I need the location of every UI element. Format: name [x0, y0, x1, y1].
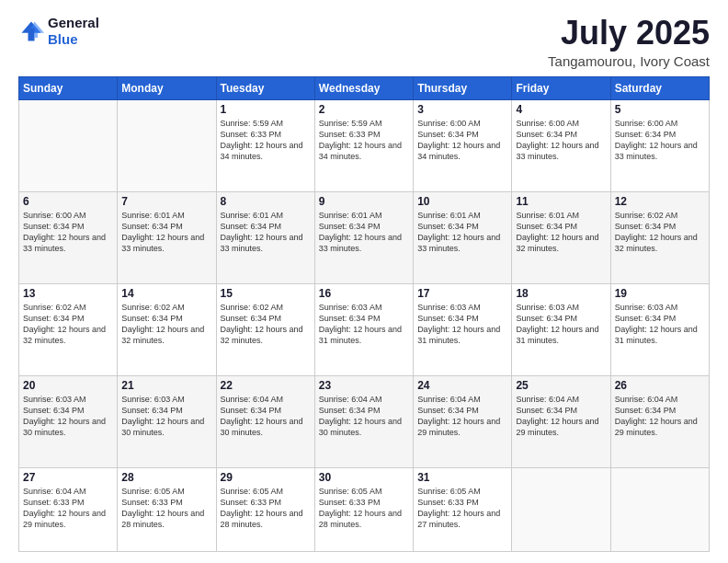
day-info: Sunrise: 6:03 AM Sunset: 6:34 PM Dayligh…: [121, 394, 211, 439]
day-number: 14: [121, 287, 211, 300]
day-info: Sunrise: 6:02 AM Sunset: 6:34 PM Dayligh…: [121, 302, 211, 347]
day-info: Sunrise: 6:05 AM Sunset: 6:33 PM Dayligh…: [417, 486, 507, 531]
calendar-cell: 9Sunrise: 6:01 AM Sunset: 6:34 PM Daylig…: [314, 191, 413, 283]
day-number: 28: [121, 471, 211, 484]
calendar-cell: 28Sunrise: 6:05 AM Sunset: 6:33 PM Dayli…: [118, 467, 216, 551]
calendar-cell: 31Sunrise: 6:05 AM Sunset: 6:33 PM Dayli…: [414, 467, 512, 551]
logo-line1: General: [48, 15, 99, 31]
day-info: Sunrise: 5:59 AM Sunset: 6:33 PM Dayligh…: [221, 118, 311, 163]
day-info: Sunrise: 6:05 AM Sunset: 6:33 PM Dayligh…: [319, 486, 409, 531]
day-number: 15: [221, 287, 311, 300]
calendar-cell: 7Sunrise: 6:01 AM Sunset: 6:34 PM Daylig…: [118, 191, 216, 283]
day-number: 26: [615, 379, 705, 392]
day-number: 16: [319, 287, 409, 300]
day-number: 6: [23, 195, 113, 208]
day-number: 20: [23, 379, 113, 392]
title-block: July 2025 Tangamourou, Ivory Coast: [548, 15, 710, 69]
day-info: Sunrise: 6:03 AM Sunset: 6:34 PM Dayligh…: [319, 302, 409, 347]
day-number: 12: [615, 195, 705, 208]
day-number: 23: [319, 379, 409, 392]
day-info: Sunrise: 6:05 AM Sunset: 6:33 PM Dayligh…: [221, 486, 311, 531]
day-info: Sunrise: 6:05 AM Sunset: 6:33 PM Dayligh…: [121, 486, 211, 531]
main-title: July 2025: [548, 15, 710, 52]
calendar-cell: 20Sunrise: 6:03 AM Sunset: 6:34 PM Dayli…: [19, 375, 118, 467]
day-info: Sunrise: 6:04 AM Sunset: 6:34 PM Dayligh…: [615, 394, 705, 439]
calendar-week-4: 27Sunrise: 6:04 AM Sunset: 6:33 PM Dayli…: [19, 467, 710, 551]
calendar-cell: 3Sunrise: 6:00 AM Sunset: 6:34 PM Daylig…: [414, 99, 512, 191]
day-number: 19: [615, 287, 705, 300]
calendar-week-1: 6Sunrise: 6:00 AM Sunset: 6:34 PM Daylig…: [19, 191, 710, 283]
day-info: Sunrise: 6:02 AM Sunset: 6:34 PM Dayligh…: [23, 302, 113, 347]
calendar-cell: 27Sunrise: 6:04 AM Sunset: 6:33 PM Dayli…: [19, 467, 118, 551]
day-number: 11: [516, 195, 606, 208]
day-info: Sunrise: 6:01 AM Sunset: 6:34 PM Dayligh…: [516, 210, 606, 255]
calendar-header-monday: Monday: [118, 76, 216, 99]
day-info: Sunrise: 6:02 AM Sunset: 6:34 PM Dayligh…: [615, 210, 705, 255]
calendar-cell: 30Sunrise: 6:05 AM Sunset: 6:33 PM Dayli…: [314, 467, 413, 551]
logo-text: General Blue: [48, 15, 99, 48]
calendar-cell: 6Sunrise: 6:00 AM Sunset: 6:34 PM Daylig…: [19, 191, 118, 283]
calendar-cell: 24Sunrise: 6:04 AM Sunset: 6:34 PM Dayli…: [414, 375, 512, 467]
calendar-header-wednesday: Wednesday: [314, 76, 413, 99]
calendar-cell: 1Sunrise: 5:59 AM Sunset: 6:33 PM Daylig…: [216, 99, 314, 191]
day-info: Sunrise: 6:04 AM Sunset: 6:34 PM Dayligh…: [319, 394, 409, 439]
day-number: 24: [417, 379, 507, 392]
calendar-cell: 22Sunrise: 6:04 AM Sunset: 6:34 PM Dayli…: [216, 375, 314, 467]
day-number: 5: [615, 103, 705, 116]
calendar-cell: 25Sunrise: 6:04 AM Sunset: 6:34 PM Dayli…: [512, 375, 610, 467]
day-info: Sunrise: 6:04 AM Sunset: 6:33 PM Dayligh…: [23, 486, 113, 531]
calendar-cell: 14Sunrise: 6:02 AM Sunset: 6:34 PM Dayli…: [118, 283, 216, 375]
day-number: 29: [221, 471, 311, 484]
day-info: Sunrise: 6:00 AM Sunset: 6:34 PM Dayligh…: [516, 118, 606, 163]
calendar-header-saturday: Saturday: [610, 76, 709, 99]
day-number: 25: [516, 379, 606, 392]
calendar-cell: 2Sunrise: 5:59 AM Sunset: 6:33 PM Daylig…: [314, 99, 413, 191]
day-number: 30: [319, 471, 409, 484]
day-number: 27: [23, 471, 113, 484]
calendar-cell: 12Sunrise: 6:02 AM Sunset: 6:34 PM Dayli…: [610, 191, 709, 283]
day-info: Sunrise: 6:00 AM Sunset: 6:34 PM Dayligh…: [417, 118, 507, 163]
calendar-cell: 21Sunrise: 6:03 AM Sunset: 6:34 PM Dayli…: [118, 375, 216, 467]
calendar-cell: [512, 467, 610, 551]
day-number: 2: [319, 103, 409, 116]
day-number: 21: [121, 379, 211, 392]
day-number: 18: [516, 287, 606, 300]
day-number: 17: [417, 287, 507, 300]
calendar-cell: [118, 99, 216, 191]
day-number: 10: [417, 195, 507, 208]
day-number: 31: [417, 471, 507, 484]
calendar-week-2: 13Sunrise: 6:02 AM Sunset: 6:34 PM Dayli…: [19, 283, 710, 375]
day-info: Sunrise: 5:59 AM Sunset: 6:33 PM Dayligh…: [319, 118, 409, 163]
calendar-cell: 17Sunrise: 6:03 AM Sunset: 6:34 PM Dayli…: [414, 283, 512, 375]
calendar-header-tuesday: Tuesday: [216, 76, 314, 99]
calendar-cell: 4Sunrise: 6:00 AM Sunset: 6:34 PM Daylig…: [512, 99, 610, 191]
day-info: Sunrise: 6:01 AM Sunset: 6:34 PM Dayligh…: [221, 210, 311, 255]
day-info: Sunrise: 6:02 AM Sunset: 6:34 PM Dayligh…: [221, 302, 311, 347]
calendar-header-row: SundayMondayTuesdayWednesdayThursdayFrid…: [19, 76, 710, 99]
day-number: 7: [121, 195, 211, 208]
day-info: Sunrise: 6:04 AM Sunset: 6:34 PM Dayligh…: [221, 394, 311, 439]
day-info: Sunrise: 6:03 AM Sunset: 6:34 PM Dayligh…: [417, 302, 507, 347]
day-info: Sunrise: 6:04 AM Sunset: 6:34 PM Dayligh…: [516, 394, 606, 439]
subtitle: Tangamourou, Ivory Coast: [548, 53, 710, 69]
calendar-cell: 11Sunrise: 6:01 AM Sunset: 6:34 PM Dayli…: [512, 191, 610, 283]
calendar-cell: 18Sunrise: 6:03 AM Sunset: 6:34 PM Dayli…: [512, 283, 610, 375]
day-number: 9: [319, 195, 409, 208]
calendar-cell: 15Sunrise: 6:02 AM Sunset: 6:34 PM Dayli…: [216, 283, 314, 375]
day-number: 22: [221, 379, 311, 392]
calendar-week-3: 20Sunrise: 6:03 AM Sunset: 6:34 PM Dayli…: [19, 375, 710, 467]
calendar-table: SundayMondayTuesdayWednesdayThursdayFrid…: [18, 76, 710, 552]
calendar-cell: [610, 467, 709, 551]
calendar-header-friday: Friday: [512, 76, 610, 99]
header: General Blue July 2025 Tangamourou, Ivor…: [18, 15, 710, 69]
calendar-cell: 29Sunrise: 6:05 AM Sunset: 6:33 PM Dayli…: [216, 467, 314, 551]
calendar-header-sunday: Sunday: [19, 76, 118, 99]
day-number: 4: [516, 103, 606, 116]
day-info: Sunrise: 6:04 AM Sunset: 6:34 PM Dayligh…: [417, 394, 507, 439]
calendar-cell: 5Sunrise: 6:00 AM Sunset: 6:34 PM Daylig…: [610, 99, 709, 191]
day-info: Sunrise: 6:01 AM Sunset: 6:34 PM Dayligh…: [121, 210, 211, 255]
calendar-cell: 19Sunrise: 6:03 AM Sunset: 6:34 PM Dayli…: [610, 283, 709, 375]
calendar-week-0: 1Sunrise: 5:59 AM Sunset: 6:33 PM Daylig…: [19, 99, 710, 191]
calendar-cell: 26Sunrise: 6:04 AM Sunset: 6:34 PM Dayli…: [610, 375, 709, 467]
calendar-cell: 10Sunrise: 6:01 AM Sunset: 6:34 PM Dayli…: [414, 191, 512, 283]
